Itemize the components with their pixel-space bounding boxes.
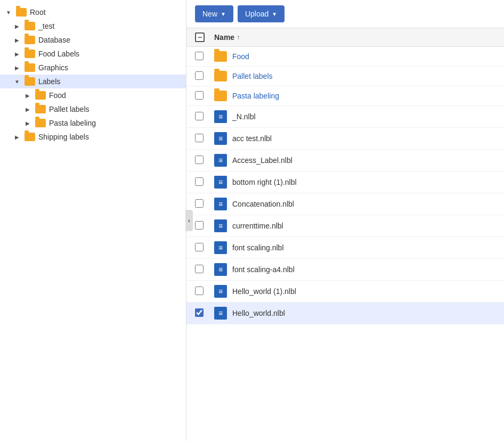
folder-link[interactable]: Food: [232, 52, 249, 61]
file-select-checkbox[interactable]: [195, 71, 204, 80]
sidebar-item-database[interactable]: Database: [0, 33, 186, 47]
file-select-checkbox[interactable]: [195, 156, 204, 164]
file-row[interactable]: currenttime.nlbl: [186, 215, 504, 237]
file-select-checkbox[interactable]: [195, 243, 204, 251]
file-name: Hello_world (1).nlbl: [232, 287, 296, 296]
new-dropdown-arrow-icon: ▼: [221, 11, 226, 17]
file-checkbox-cell[interactable]: [195, 221, 214, 231]
nlbl-icon: [214, 132, 227, 145]
file-select-checkbox[interactable]: [195, 91, 204, 100]
sidebar-label-food: Food: [49, 91, 66, 100]
file-select-checkbox[interactable]: [195, 221, 204, 230]
file-row[interactable]: font scaling.nlbl: [186, 237, 504, 259]
tree-arrow-root: [4, 8, 13, 17]
file-row[interactable]: Food: [186, 47, 504, 67]
new-button[interactable]: New ▼: [195, 5, 233, 22]
sidebar-item-food[interactable]: Food: [0, 88, 186, 102]
folder-icon: [214, 91, 227, 101]
file-select-checkbox[interactable]: [195, 177, 204, 186]
file-name-text: Hello_world (1).nlbl: [232, 287, 296, 296]
file-checkbox-cell[interactable]: [195, 199, 214, 209]
folder-link[interactable]: Pasta labeling: [232, 92, 279, 100]
folder-icon-shippinglabels: [25, 133, 35, 141]
tree-arrow-shippinglabels: [13, 133, 21, 141]
sidebar-item-pastalabeling[interactable]: Pasta labeling: [0, 116, 186, 130]
file-checkbox-cell[interactable]: [195, 112, 214, 122]
file-select-checkbox[interactable]: [195, 112, 204, 120]
tree-arrow-test: [13, 22, 21, 30]
nlbl-icon: [214, 263, 227, 276]
sidebar-item-foodlabels[interactable]: Food Labels: [0, 47, 186, 61]
file-name-text: acc test.nlbl: [232, 134, 272, 143]
file-checkbox-cell[interactable]: [195, 156, 214, 166]
file-row[interactable]: bottom right (1).nlbl: [186, 172, 504, 193]
sidebar-item-root[interactable]: Root: [0, 5, 186, 19]
tree-arrow-foodlabels: [13, 50, 21, 58]
folder-icon-database: [25, 36, 35, 44]
name-column-header[interactable]: Name ↑: [214, 33, 240, 42]
file-select-checkbox[interactable]: [195, 287, 204, 295]
nlbl-icon: [214, 176, 227, 189]
file-name-text: Hello_world.nlbl: [232, 309, 285, 317]
file-row[interactable]: _N.nlbl: [186, 106, 504, 128]
file-name: acc test.nlbl: [232, 134, 272, 143]
file-checkbox-cell[interactable]: [195, 265, 214, 275]
file-name-text: font scaling-a4.nlbl: [232, 265, 295, 274]
file-select-checkbox[interactable]: [195, 199, 204, 208]
upload-button[interactable]: Upload ▼: [238, 5, 284, 22]
sidebar-item-labels[interactable]: Labels: [0, 75, 186, 88]
nlbl-icon: [214, 241, 227, 254]
sidebar-item-test[interactable]: _test: [0, 19, 186, 33]
folder-icon: [214, 71, 227, 81]
file-select-checkbox[interactable]: [195, 308, 204, 317]
file-row-selected[interactable]: Hello_world.nlbl: [186, 303, 504, 324]
folder-icon-labels: [25, 77, 35, 86]
file-checkbox-cell[interactable]: [195, 308, 214, 318]
sidebar: Root _test Database Food Labels Graphics: [0, 0, 186, 441]
file-list: − Name ↑ Food Pallet labels: [186, 28, 504, 441]
file-select-checkbox[interactable]: [195, 134, 204, 142]
nlbl-icon: [214, 219, 227, 232]
file-checkbox-cell[interactable]: [195, 177, 214, 187]
deselect-all-button[interactable]: −: [195, 32, 205, 42]
file-name-text: _N.nlbl: [232, 112, 256, 121]
file-row[interactable]: Concatenation.nlbl: [186, 193, 504, 215]
file-checkbox-cell[interactable]: [195, 287, 214, 297]
file-row[interactable]: Pasta labeling: [186, 86, 504, 106]
sidebar-item-shippinglabels[interactable]: Shipping labels: [0, 130, 186, 144]
sidebar-collapse-button[interactable]: ‹: [185, 210, 193, 231]
file-row[interactable]: Access_Label.nlbl: [186, 150, 504, 172]
file-row[interactable]: acc test.nlbl: [186, 128, 504, 150]
file-select-checkbox[interactable]: [195, 52, 204, 60]
nlbl-icon: [214, 307, 227, 320]
sidebar-item-palletlabels[interactable]: Pallet labels: [0, 102, 186, 116]
folder-link[interactable]: Pallet labels: [232, 72, 273, 80]
file-name: _N.nlbl: [232, 112, 256, 121]
file-name: Hello_world.nlbl: [232, 309, 285, 317]
file-row[interactable]: Pallet labels: [186, 67, 504, 86]
folder-icon-palletlabels: [35, 105, 46, 113]
folder-icon-foodlabels: [25, 50, 35, 58]
sidebar-label-foodlabels: Food Labels: [38, 50, 79, 58]
sidebar-item-graphics[interactable]: Graphics: [0, 61, 186, 75]
tree-arrow-palletlabels: [23, 105, 32, 113]
file-name: Pallet labels: [232, 72, 273, 80]
main-content: New ▼ Upload ▼ − Name ↑ Food: [186, 0, 504, 441]
file-name: currenttime.nlbl: [232, 222, 283, 230]
file-name: bottom right (1).nlbl: [232, 178, 297, 186]
sidebar-label-shippinglabels: Shipping labels: [38, 133, 89, 141]
file-checkbox-cell[interactable]: [195, 52, 214, 62]
file-name: font scaling-a4.nlbl: [232, 265, 295, 274]
folder-icon: [214, 51, 227, 62]
select-all-cell[interactable]: −: [195, 32, 214, 42]
file-checkbox-cell[interactable]: [195, 243, 214, 253]
file-name: Food: [232, 52, 249, 61]
file-checkbox-cell[interactable]: [195, 134, 214, 144]
file-row[interactable]: font scaling-a4.nlbl: [186, 259, 504, 281]
tree-arrow-labels: [13, 77, 21, 86]
file-checkbox-cell[interactable]: [195, 71, 214, 81]
file-select-checkbox[interactable]: [195, 265, 204, 273]
folder-icon-root: [16, 8, 27, 17]
file-checkbox-cell[interactable]: [195, 91, 214, 101]
file-row[interactable]: Hello_world (1).nlbl: [186, 281, 504, 303]
